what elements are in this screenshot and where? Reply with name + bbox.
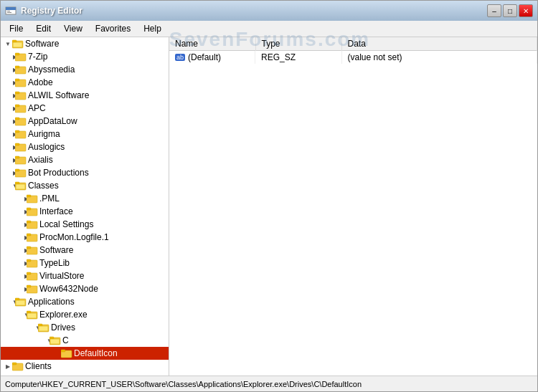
expand-icon-software2[interactable]: ▶ <box>1 244 27 256</box>
tree-item-apc[interactable]: ▶ APC <box>1 102 169 115</box>
tree-item-axialis[interactable]: ▶ Axialis <box>1 153 169 166</box>
minimize-button[interactable]: – <box>487 4 501 17</box>
svg-rect-8 <box>15 53 19 55</box>
folder-icon-adobe <box>15 77 27 87</box>
detail-cell-name: ab(Default) <box>169 51 255 64</box>
tree-item-aurigma[interactable]: ▶ Aurigma <box>1 128 169 140</box>
expand-icon-axialis[interactable]: ▶ <box>1 154 15 166</box>
expand-icon-abyssmedia[interactable]: ▶ <box>1 64 15 75</box>
folder-icon-classes <box>15 181 27 191</box>
tree-item-software[interactable]: ▼ Software <box>1 37 169 50</box>
folder-icon-localsettings <box>27 219 38 229</box>
tree-item-typelib[interactable]: ▶ TypeLib <box>1 257 169 269</box>
col-type: Type <box>255 37 341 51</box>
folder-icon-software <box>12 39 24 49</box>
tree-label-pml: .PML <box>39 193 60 204</box>
folder-icon-procmon <box>27 232 38 242</box>
expand-icon-c[interactable]: ▼ <box>1 335 49 346</box>
svg-rect-50 <box>27 311 31 313</box>
tree-item-classes[interactable]: ▼ Classes <box>1 179 169 192</box>
folder-icon-apc <box>15 103 27 113</box>
menu-item-help[interactable]: Help <box>138 22 167 35</box>
tree-label-axialis: Axialis <box>28 155 53 165</box>
expand-icon-classes[interactable]: ▼ <box>1 180 15 191</box>
expand-icon-botproductions[interactable]: ▶ <box>1 167 15 178</box>
tree-label-appdatalow: AppDataLow <box>28 116 77 126</box>
tree-label-apc: APC <box>28 103 46 113</box>
expand-icon-explorerexe[interactable]: ▼ <box>1 309 27 320</box>
detail-pane: Name Type Data ab(Default)REG_SZ(value n… <box>169 37 537 376</box>
tree-label-c: C <box>62 335 69 345</box>
window-title: Registry Editor <box>21 6 487 16</box>
tree-item-adobe[interactable]: ▶ Adobe <box>1 76 169 89</box>
main-content: ▼ Software▶ 7-Zip▶ Abyssmedia▶ Adobe▶ AL… <box>1 37 537 376</box>
expand-icon-wow6432node[interactable]: ▶ <box>1 283 27 295</box>
expand-icon-appdatalow[interactable]: ▶ <box>1 115 15 127</box>
menu-bar: FileEditViewFavoritesHelp <box>1 21 537 37</box>
expand-icon-auslogics[interactable]: ▶ <box>1 141 15 153</box>
expand-icon-interface[interactable]: ▶ <box>1 206 27 217</box>
expand-icon-software[interactable]: ▼ <box>1 38 12 49</box>
expand-icon-7zip[interactable]: ▶ <box>1 51 15 62</box>
tree-label-aurigma: Aurigma <box>28 129 60 139</box>
status-path: Computer\HKEY_CURRENT_USER\Software\Clas… <box>5 380 362 388</box>
svg-rect-51 <box>27 313 37 318</box>
tree-item-c[interactable]: ▼ C <box>1 334 169 347</box>
expand-icon-virtualstore[interactable]: ▶ <box>1 270 27 282</box>
tree-item-defaulticon[interactable]: DefaultIcon <box>1 347 169 360</box>
tree-pane[interactable]: ▼ Software▶ 7-Zip▶ Abyssmedia▶ Adobe▶ AL… <box>1 37 169 376</box>
svg-rect-61 <box>12 363 16 365</box>
expand-icon-adobe[interactable]: ▶ <box>1 77 15 88</box>
tree-item-clients[interactable]: ▶ Clients <box>1 360 169 373</box>
expand-icon-aurigma[interactable]: ▶ <box>1 128 15 140</box>
tree-item-software2[interactable]: ▶ Software <box>1 244 169 257</box>
svg-rect-6 <box>13 42 22 47</box>
col-data: Data <box>341 37 537 51</box>
expand-icon-applications[interactable]: ▼ <box>1 296 15 307</box>
folder-icon-interface <box>27 206 38 216</box>
tree-item-virtualstore[interactable]: ▶ VirtualStore <box>1 269 169 282</box>
reg-type-icon: ab <box>175 54 185 61</box>
tree-item-appdatalow[interactable]: ▶ AppDataLow <box>1 115 169 128</box>
tree-item-auslogics[interactable]: ▶ Auslogics <box>1 140 169 153</box>
expand-icon-pml[interactable]: ▶ <box>1 193 27 204</box>
tree-item-explorerexe[interactable]: ▼ Explorer.exe <box>1 308 169 321</box>
tree-item-drives[interactable]: ▼ Drives <box>1 321 169 334</box>
expand-icon-alwil[interactable]: ▶ <box>1 90 15 101</box>
svg-rect-53 <box>38 324 42 326</box>
tree-item-interface[interactable]: ▶ Interface <box>1 205 169 218</box>
menu-item-edit[interactable]: Edit <box>30 22 57 35</box>
maximize-button[interactable]: □ <box>503 4 517 17</box>
tree-item-wow6432node[interactable]: ▶ Wow6432Node <box>1 282 169 295</box>
expand-icon-localsettings[interactable]: ▶ <box>1 219 27 230</box>
tree-item-botproductions[interactable]: ▶ Bot Productions <box>1 166 169 179</box>
svg-rect-54 <box>39 326 48 331</box>
svg-rect-37 <box>27 234 31 236</box>
folder-icon-7zip <box>15 52 27 62</box>
detail-row[interactable]: ab(Default)REG_SZ(value not set) <box>169 51 537 64</box>
folder-icon-auslogics <box>15 142 27 152</box>
close-button[interactable]: ✕ <box>519 4 533 17</box>
expand-icon-apc[interactable]: ▶ <box>1 102 15 114</box>
expand-icon-typelib[interactable]: ▶ <box>1 257 27 269</box>
expand-icon-procmon[interactable]: ▶ <box>1 231 27 243</box>
tree-item-alwil[interactable]: ▶ ALWIL Software <box>1 89 169 102</box>
tree-item-localsettings[interactable]: ▶ Local Settings <box>1 218 169 231</box>
tree-item-7zip[interactable]: ▶ 7-Zip <box>1 50 169 63</box>
svg-rect-47 <box>15 298 19 300</box>
folder-icon-appdatalow <box>15 116 27 126</box>
menu-item-view[interactable]: View <box>58 22 88 35</box>
menu-item-file[interactable]: File <box>4 22 29 35</box>
menu-item-favorites[interactable]: Favorites <box>90 22 136 35</box>
tree-label-drives: Drives <box>51 322 75 333</box>
tree-item-pml[interactable]: ▶ .PML <box>1 192 169 205</box>
tree-item-applications[interactable]: ▼ Applications <box>1 295 169 308</box>
expand-icon-drives[interactable]: ▼ <box>1 322 38 333</box>
tree-item-abyssmedia[interactable]: ▶ Abyssmedia <box>1 63 169 76</box>
svg-rect-28 <box>15 182 19 184</box>
tree-item-procmon[interactable]: ▶ ProcMon.Logfile.1 <box>1 231 169 244</box>
registry-editor-window: SevenForums.com Registry Editor – □ ✕ Fi… <box>0 0 538 392</box>
expand-icon-defaulticon[interactable] <box>1 348 61 359</box>
folder-icon-typelib <box>27 258 38 268</box>
expand-icon-clients[interactable]: ▶ <box>1 360 12 372</box>
